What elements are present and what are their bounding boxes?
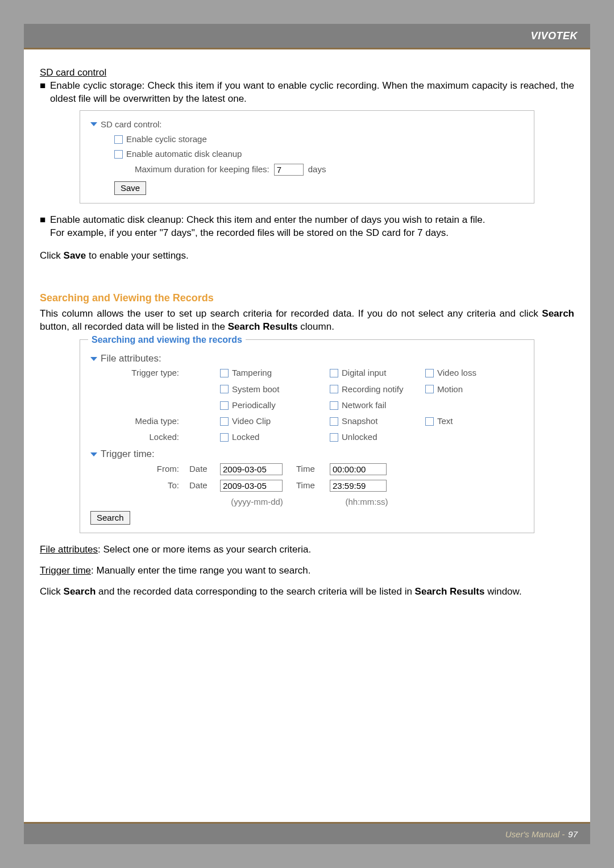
chevron-down-icon <box>90 452 97 456</box>
opt-cyclic-row: Enable cyclic storage <box>114 134 524 145</box>
trigger-time-header[interactable]: Trigger time: <box>90 448 524 461</box>
page-content: SD card control ■ Enable cyclic storage:… <box>24 49 590 822</box>
checkbox-video-loss[interactable] <box>425 369 434 377</box>
footer-label: User's Manual - <box>505 829 565 839</box>
opt-cyclic-label: Enable cyclic storage <box>126 134 207 145</box>
checkbox-tampering[interactable] <box>220 369 229 377</box>
sd-bullet-1: ■ Enable cyclic storage: Check this item… <box>40 80 574 106</box>
time-label: Time <box>296 463 327 475</box>
checkbox-locked[interactable] <box>220 433 229 442</box>
to-date-input[interactable] <box>220 480 283 492</box>
bullet-icon: ■ <box>40 80 50 106</box>
sd-panel-title: SD card control: <box>101 119 162 130</box>
checkbox-text[interactable] <box>425 417 434 426</box>
search-panel: Searching and viewing the records File a… <box>80 339 534 534</box>
page-footer: User's Manual - 97 <box>24 824 590 844</box>
file-attributes-note: File attributes: Select one or more item… <box>40 543 574 556</box>
from-label: From: <box>90 463 187 475</box>
to-time-input[interactable] <box>330 480 387 492</box>
brand-text: VIVOTEK <box>530 30 578 42</box>
opt-cleanup-label: Enable automatic disk cleanup <box>126 148 242 160</box>
file-attributes-header[interactable]: File attributes: <box>90 352 524 366</box>
opt-cleanup-row: Enable automatic disk cleanup <box>114 148 524 160</box>
sd-bullet-1-text: Enable cyclic storage: Check this item i… <box>50 80 574 106</box>
sd-panel: SD card control: Enable cyclic storage E… <box>80 110 534 203</box>
checkbox-cleanup[interactable] <box>114 150 123 159</box>
from-time-input[interactable] <box>330 463 387 475</box>
checkbox-cyclic[interactable] <box>114 135 123 144</box>
time-grid: From: Date Time To: Date Time (yyyy-mm-d… <box>90 463 524 508</box>
click-save-line: Click Save to enable your settings. <box>40 250 574 263</box>
sd-heading: SD card control <box>40 67 574 80</box>
chevron-down-icon <box>90 122 97 126</box>
checkbox-recording-notify[interactable] <box>330 385 338 393</box>
sd-bullet-2-cont: For example, if you enter "7 days", the … <box>40 227 574 240</box>
checkbox-network-fail[interactable] <box>330 401 338 410</box>
checkbox-digital-input[interactable] <box>330 369 338 377</box>
checkbox-video-clip[interactable] <box>220 417 229 426</box>
trigger-type-label: Trigger type: <box>90 367 187 379</box>
footer-page: 97 <box>568 829 578 839</box>
from-date-input[interactable] <box>220 463 283 475</box>
sd-panel-header[interactable]: SD card control: <box>90 119 524 130</box>
media-type-label: Media type: <box>90 416 187 427</box>
search-section-title: Searching and Viewing the Records <box>40 291 574 305</box>
time-label: Time <box>296 480 327 491</box>
time-hint: (hh:mm:ss) <box>330 496 404 508</box>
file-attributes-label: File attributes: <box>101 352 161 366</box>
trigger-time-note: Trigger time: Manually enter the time ra… <box>40 564 574 578</box>
max-duration-input[interactable] <box>274 164 304 176</box>
page-header: VIVOTEK <box>24 24 590 48</box>
days-label: days <box>308 164 326 175</box>
chevron-down-icon <box>90 357 97 361</box>
date-label: Date <box>189 463 218 475</box>
checkbox-system-boot[interactable] <box>220 385 229 393</box>
max-duration-label: Maximum duration for keeping files: <box>135 164 269 175</box>
checkbox-periodically[interactable] <box>220 401 229 410</box>
max-duration-row: Maximum duration for keeping files: days <box>135 164 524 176</box>
trigger-time-label: Trigger time: <box>101 448 155 461</box>
checkbox-snapshot[interactable] <box>330 417 338 426</box>
bullet-icon: ■ <box>40 214 50 227</box>
save-button[interactable]: Save <box>114 181 146 195</box>
search-outro: Click Search and the recorded data corre… <box>40 585 574 599</box>
checkbox-motion[interactable] <box>425 385 434 393</box>
attributes-grid: Trigger type: Tampering Digital input Vi… <box>90 367 524 443</box>
search-panel-legend: Searching and viewing the records <box>88 334 246 346</box>
locked-label: Locked: <box>90 431 187 443</box>
to-label: To: <box>90 480 187 491</box>
search-button[interactable]: Search <box>90 511 130 525</box>
sd-bullet-2-text: Enable automatic disk cleanup: Check thi… <box>50 214 574 227</box>
date-label: Date <box>189 480 218 491</box>
sd-bullet-2: ■ Enable automatic disk cleanup: Check t… <box>40 214 574 227</box>
date-hint: (yyyy-mm-dd) <box>220 496 294 508</box>
search-intro: This column allows the user to set up se… <box>40 308 574 334</box>
checkbox-unlocked[interactable] <box>330 433 338 442</box>
